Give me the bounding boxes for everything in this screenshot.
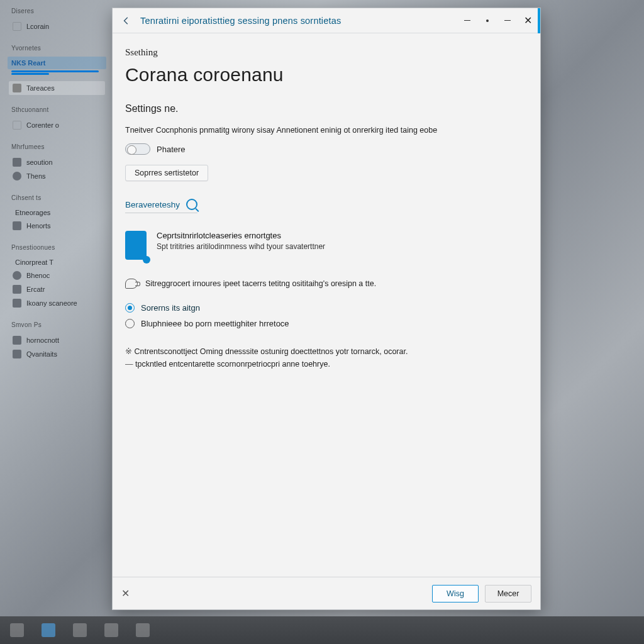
secondary-button[interactable]: Mecer (485, 585, 531, 602)
dialog-action-bar: ✕ Wisg Mecer (113, 577, 540, 609)
sidebar-item-label: Bhenoc (26, 272, 50, 279)
sidebar-header: Pnsestioonues (9, 243, 105, 252)
feature-toggle[interactable] (125, 143, 150, 155)
device-icon (13, 221, 21, 230)
sidebar-item-label: Ikoany scaneore (26, 299, 77, 307)
sidebar-section: Smvon Ps hornocnott Qvanitaits (9, 320, 105, 361)
restore-button[interactable] (499, 13, 516, 28)
sidebar-item-label: Tareaces (26, 84, 55, 92)
sidebar-item-nksreart[interactable]: NKS Reart (8, 57, 106, 69)
taskbar (0, 616, 644, 644)
gear-icon (13, 271, 21, 280)
settings-window: Tenratirni eiporatisttieg sessing pnens … (112, 8, 541, 610)
pen-icon (13, 350, 21, 358)
sidebar-header: Cihsent ts (9, 193, 105, 203)
radio-option-0[interactable]: Sorerns its aitgn (125, 300, 518, 316)
accent-underline (11, 73, 49, 75)
sidebar-item-lcorain[interactable]: Lcorain (9, 19, 105, 33)
options-button[interactable] (479, 13, 496, 28)
sidebar-item-thens[interactable]: Thens (9, 169, 105, 183)
speech-icon (125, 279, 138, 289)
radio-icon (125, 319, 135, 328)
sidebar-item-label: hornocnott (26, 336, 59, 344)
link-icon (13, 285, 21, 294)
sidebar-item-label: Qvanitaits (26, 350, 57, 358)
sidebar-item-label: Ercatr (26, 286, 45, 293)
sidebar-section: Diseres Lcorain (9, 6, 105, 33)
section-label: Settings ne. (125, 103, 518, 114)
accent-underline (11, 70, 99, 72)
generic-icon (13, 121, 21, 130)
sidebar-item-qvanitaits[interactable]: Qvanitaits (9, 347, 105, 361)
taskbar-app-icon[interactable] (136, 623, 150, 637)
sidebar-item-henorts[interactable]: Henorts (9, 219, 105, 233)
sidebar-header: Smvon Ps (9, 320, 105, 330)
minimize-button[interactable] (458, 13, 476, 28)
settings-icon (13, 299, 21, 308)
note-line: Cntrentsconottject Oming dnesssite ostun… (125, 345, 518, 358)
radio-icon (125, 303, 135, 313)
hint-text: Sitreggrocert irnoures ipeet tacerrs tet… (145, 279, 376, 288)
window-title: Tenratirni eiporatisttieg sessing pnens … (140, 16, 452, 26)
sidebar-item-label: NKS Reart (11, 59, 45, 67)
sidebar-item-label: Etneorages (15, 209, 50, 216)
sidebar-item-bhenoc[interactable]: Bhenoc (9, 269, 105, 282)
radio-option-1[interactable]: Bluphnieee bo porn meettighiter hrretoce (125, 316, 518, 331)
settings-content: Ssething Corana coroenanu Settings ne. T… (113, 33, 540, 609)
app-tile-icon (125, 231, 147, 260)
sidebar-item-label: Henorts (26, 222, 51, 230)
sidebar-header: Mhrfumees (9, 142, 105, 152)
chat-icon (13, 336, 21, 345)
sidebar-item-label: seoution (26, 158, 53, 166)
toggle-row: Phatere (125, 143, 518, 155)
search-link[interactable]: Beravereteshy (125, 199, 197, 213)
sidebar-item-corenter[interactable]: Corenter o (9, 118, 105, 132)
info-tile-text: Ceprtsitnrirlotcleaseries ernortgtes Spt… (157, 231, 325, 260)
section-eyebrow: Ssething (125, 47, 518, 58)
info-tile[interactable]: Ceprtsitnrirlotcleaseries ernortgtes Spt… (125, 231, 518, 260)
sidebar-item-label: Corenter o (26, 121, 59, 129)
device-icon (13, 158, 21, 167)
sidebar-item-label: Cinorpreat T (15, 258, 53, 266)
sidebar-nav: Diseres Lcorain Yvornetes NKS Reart Tare… (0, 0, 110, 644)
close-button[interactable]: ✕ (519, 13, 536, 28)
note-line: tpckntled entcentarette scornonrpetriocp… (125, 358, 518, 370)
sidebar-item-seoution[interactable]: seoution (9, 155, 105, 169)
sidebar-item-label: Thens (26, 172, 46, 180)
sidebar-item-label: Lcorain (26, 23, 49, 30)
primary-button[interactable]: Wisg (432, 585, 479, 602)
sidebar-section: Mhrfumees seoution Thens (9, 142, 105, 183)
secondary-action-button[interactable]: Soprres sertistetor (125, 165, 208, 181)
sidebar-item-cinorpreat[interactable]: Cinorpreat T (9, 256, 105, 269)
generic-icon (13, 84, 21, 92)
cancel-x-button[interactable]: ✕ (121, 587, 130, 599)
sidebar-item-ercatr[interactable]: Ercatr (9, 282, 105, 296)
sidebar-item-ikoany[interactable]: Ikoany scaneore (9, 296, 105, 310)
start-icon[interactable] (10, 623, 24, 637)
sidebar-section: Pnsestioonues Cinorpreat T Bhenoc Ercatr… (9, 243, 105, 310)
sidebar-section: Sthcuonannt Corenter o (9, 105, 105, 132)
sidebar-header: Diseres (9, 6, 105, 16)
sidebar-header: Sthcuonannt (9, 105, 105, 114)
sidebar-section: Cihsent ts Etneorages Henorts (9, 193, 105, 233)
window-titlebar: Tenratirni eiporatisttieg sessing pnens … (113, 8, 540, 33)
globe-icon (13, 172, 21, 180)
section-description: Tneitver Cocnphonis pnmatitg wirony sisa… (125, 125, 518, 136)
info-tile-title: Ceprtsitnrirlotcleaseries ernortgtes (157, 231, 325, 240)
search-icon (186, 199, 197, 210)
sidebar-header: Yvornetes (9, 43, 105, 53)
taskbar-app-icon[interactable] (104, 623, 118, 637)
window-controls: ✕ (458, 13, 536, 28)
footer-note: Cntrentsconottject Oming dnesssite ostun… (125, 345, 518, 370)
radio-label: Bluphnieee bo porn meettighiter hrretoce (141, 319, 289, 328)
page-title: Corana coroenanu (125, 64, 518, 86)
taskbar-app-icon[interactable] (73, 623, 87, 637)
sidebar-item-hornocnott[interactable]: hornocnott (9, 333, 105, 347)
taskbar-app-icon[interactable] (42, 623, 55, 637)
back-button[interactable] (119, 13, 134, 28)
hint-line: Sitreggrocert irnoures ipeet tacerrs tet… (125, 279, 518, 289)
sidebar-item-tareaces[interactable]: Tareaces (9, 81, 105, 95)
toggle-label: Phatere (157, 145, 186, 154)
radio-label: Sorerns its aitgn (141, 303, 200, 313)
sidebar-item-etneorages[interactable]: Etneorages (9, 206, 105, 219)
